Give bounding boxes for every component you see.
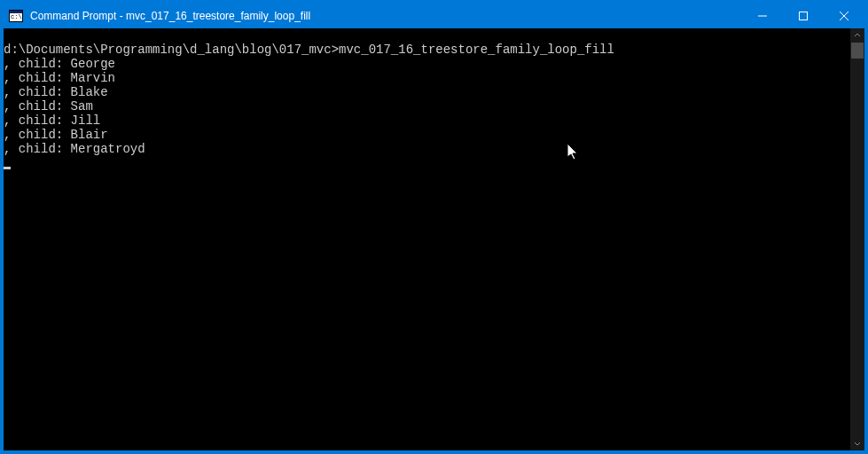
console-line: , child: Sam	[4, 99, 847, 114]
console-line: , child: Mergatroyd	[4, 142, 847, 156]
scroll-up-arrow[interactable]	[850, 28, 864, 43]
app-icon	[4, 10, 28, 22]
cmd-icon	[9, 10, 23, 22]
minimize-icon	[758, 12, 767, 20]
prompt-line: d:\Documents\Programming\d_lang\blog\017…	[4, 43, 847, 57]
scroll-down-arrow[interactable]	[850, 436, 864, 450]
console-line: , child: Blair	[4, 128, 847, 142]
console-line: , child: Marvin	[4, 71, 847, 85]
command-prompt-window: Command Prompt - mvc_017_16_treestore_fa…	[4, 4, 864, 450]
chevron-up-icon	[854, 32, 861, 39]
svg-rect-1	[800, 12, 808, 20]
scrollbar-thumb[interactable]	[851, 43, 864, 59]
vertical-scrollbar[interactable]	[850, 28, 864, 450]
close-icon	[840, 12, 848, 20]
maximize-icon	[799, 12, 808, 20]
console-line: , child: Jill	[4, 114, 847, 128]
client-area: d:\Documents\Programming\d_lang\blog\017…	[4, 28, 864, 450]
chevron-down-icon	[854, 440, 861, 447]
close-button[interactable]	[824, 4, 864, 28]
console-output[interactable]: d:\Documents\Programming\d_lang\blog\017…	[4, 28, 850, 450]
maximize-button[interactable]	[783, 4, 824, 28]
window-title: Command Prompt - mvc_017_16_treestore_fa…	[28, 10, 310, 22]
console-line: , child: Blake	[4, 85, 847, 99]
minimize-button[interactable]	[742, 4, 783, 28]
console-line: , child: George	[4, 57, 847, 71]
window-controls	[742, 4, 864, 28]
titlebar[interactable]: Command Prompt - mvc_017_16_treestore_fa…	[4, 4, 864, 28]
console-line	[4, 28, 847, 43]
text-cursor	[4, 167, 11, 169]
cursor-line	[4, 156, 847, 170]
